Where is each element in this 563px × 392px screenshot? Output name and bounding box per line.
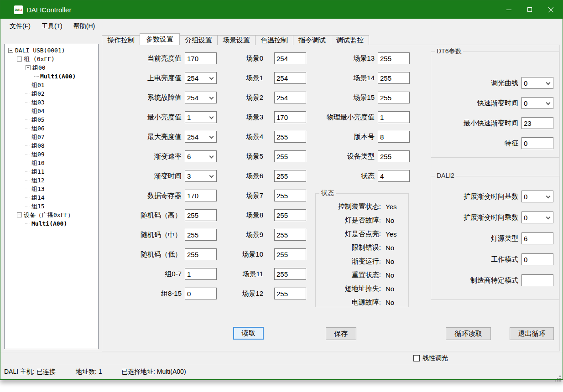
param-field[interactable] xyxy=(185,131,217,143)
param-field[interactable] xyxy=(185,111,217,123)
param-value-input[interactable] xyxy=(522,191,553,202)
device-tree[interactable]: DALI USB(0001) 组 (0xFF) 组00 Multi(A00) 组… xyxy=(4,44,99,349)
param-field[interactable] xyxy=(185,248,217,260)
scene-value-input[interactable] xyxy=(275,151,306,162)
tab[interactable]: 分组设置 xyxy=(179,35,218,45)
param-value-input[interactable] xyxy=(185,229,216,240)
param-value-input[interactable] xyxy=(185,151,216,162)
tree-node[interactable]: 组11 xyxy=(5,167,98,176)
param-value-input[interactable] xyxy=(378,92,409,103)
scene-field[interactable] xyxy=(274,288,306,299)
resize-grip-icon[interactable] xyxy=(559,376,561,377)
param-value-input[interactable] xyxy=(185,170,216,181)
tab[interactable]: 调试监控 xyxy=(331,35,369,45)
param-field[interactable] xyxy=(378,92,410,103)
scene-value-input[interactable] xyxy=(275,131,306,142)
param-field[interactable] xyxy=(185,190,217,201)
tree-node[interactable]: Multi(A00) xyxy=(5,72,98,81)
tab[interactable]: 指令调试 xyxy=(293,35,331,45)
tree-node[interactable]: 组08 xyxy=(5,141,98,150)
tab[interactable]: 参数设置 xyxy=(140,33,180,45)
tree-node[interactable]: 组10 xyxy=(5,159,98,167)
param-value-input[interactable] xyxy=(378,53,409,64)
tree-expander-icon[interactable] xyxy=(26,65,31,70)
param-value-input[interactable] xyxy=(522,118,553,129)
scene-value-input[interactable] xyxy=(275,249,306,260)
param-value-input[interactable] xyxy=(185,210,216,221)
param-field[interactable] xyxy=(185,170,217,182)
tree-expander-icon[interactable] xyxy=(8,48,13,53)
tree-node[interactable]: 组06 xyxy=(5,124,98,133)
tree-node[interactable]: 组15 xyxy=(5,202,98,211)
tab[interactable]: 操作控制 xyxy=(102,35,140,45)
tree-node[interactable]: Multi(A00) xyxy=(5,219,98,228)
maximize-button[interactable] xyxy=(519,0,540,19)
param-value-input[interactable] xyxy=(185,190,216,201)
param-value-input[interactable] xyxy=(522,275,553,286)
param-field[interactable] xyxy=(185,150,217,162)
tree-node[interactable]: 组01 xyxy=(5,81,98,89)
scene-value-input[interactable] xyxy=(275,190,306,201)
param-value-input[interactable] xyxy=(185,268,216,279)
param-field[interactable] xyxy=(185,229,217,241)
param-value-input[interactable] xyxy=(522,254,553,265)
scene-value-input[interactable] xyxy=(275,210,306,221)
param-field[interactable] xyxy=(185,288,217,299)
scene-value-input[interactable] xyxy=(275,229,306,240)
tree-node[interactable]: 组 (0xFF) xyxy=(5,55,98,63)
menu-item[interactable]: 帮助(H) xyxy=(68,20,100,33)
tree-expander-icon[interactable] xyxy=(17,212,22,217)
tree-node[interactable]: 组05 xyxy=(5,115,98,124)
param-field[interactable] xyxy=(378,131,410,143)
param-field[interactable] xyxy=(378,52,410,64)
param-field[interactable] xyxy=(521,191,553,202)
param-value-input[interactable] xyxy=(185,72,216,83)
exit-loop-button[interactable]: 退出循环 xyxy=(510,327,554,340)
scene-field[interactable] xyxy=(274,229,306,241)
param-field[interactable] xyxy=(378,170,410,182)
close-button[interactable] xyxy=(540,0,561,19)
param-field[interactable] xyxy=(185,52,217,64)
tree-node[interactable]: 组07 xyxy=(5,133,98,141)
param-field[interactable] xyxy=(378,150,410,162)
save-button[interactable]: 保存 xyxy=(326,327,356,340)
scene-field[interactable] xyxy=(274,190,306,201)
tree-node[interactable]: 组14 xyxy=(5,193,98,202)
param-value-input[interactable] xyxy=(185,92,216,103)
param-value-input[interactable] xyxy=(185,249,216,260)
tree-node[interactable]: 组03 xyxy=(5,98,98,107)
scene-value-input[interactable] xyxy=(275,92,306,103)
tree-node[interactable]: 组02 xyxy=(5,89,98,98)
param-field[interactable] xyxy=(521,274,553,286)
param-value-input[interactable] xyxy=(522,138,553,149)
param-value-input[interactable] xyxy=(378,170,409,181)
scene-value-input[interactable] xyxy=(275,268,306,279)
param-value-input[interactable] xyxy=(378,151,409,162)
tab[interactable]: 色温控制 xyxy=(255,35,293,45)
param-field[interactable] xyxy=(521,97,553,109)
scene-field[interactable] xyxy=(274,209,306,221)
param-field[interactable] xyxy=(521,117,553,129)
param-field[interactable] xyxy=(378,72,410,84)
tree-node[interactable]: 组09 xyxy=(5,150,98,159)
param-field[interactable] xyxy=(521,77,553,89)
param-field[interactable] xyxy=(185,268,217,280)
param-value-input[interactable] xyxy=(522,98,553,108)
param-field[interactable] xyxy=(378,111,410,123)
scene-value-input[interactable] xyxy=(275,72,306,83)
loop-read-button[interactable]: 循环读取 xyxy=(446,327,491,340)
param-value-input[interactable] xyxy=(185,131,216,142)
tree-node[interactable]: 设备（广播0xFF） xyxy=(5,211,98,219)
param-field[interactable] xyxy=(521,232,553,244)
tree-node[interactable]: 组12 xyxy=(5,176,98,185)
read-button[interactable]: 读取 xyxy=(233,327,264,340)
param-field[interactable] xyxy=(185,209,217,221)
param-value-input[interactable] xyxy=(185,112,216,123)
scene-value-input[interactable] xyxy=(275,170,306,181)
param-value-input[interactable] xyxy=(378,131,409,142)
scene-value-input[interactable] xyxy=(275,112,306,123)
tree-node[interactable]: 组00 xyxy=(5,63,98,72)
param-value-input[interactable] xyxy=(185,53,216,64)
param-value-input[interactable] xyxy=(378,72,409,83)
param-value-input[interactable] xyxy=(378,112,409,123)
